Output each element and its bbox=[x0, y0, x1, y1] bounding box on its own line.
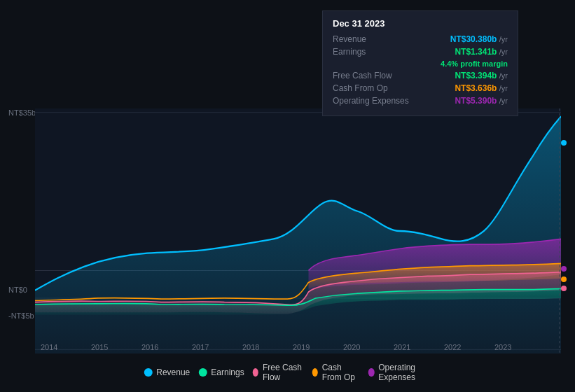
x-label-2019: 2019 bbox=[293, 343, 310, 351]
tooltip-label-cashfromop: Cash From Op bbox=[333, 83, 417, 93]
chart-legend: Revenue Earnings Free Cash Flow Cash Fro… bbox=[144, 363, 431, 382]
x-label-2016: 2016 bbox=[141, 343, 158, 351]
tooltip-row-cashfromop: Cash From Op NT$3.636b /yr bbox=[333, 83, 508, 93]
cashfromop-dot-right bbox=[561, 276, 567, 282]
legend-dot-opex bbox=[368, 368, 374, 377]
chart-container: Dec 31 2023 Revenue NT$30.380b /yr Earni… bbox=[0, 0, 575, 392]
tooltip-value-fcf: NT$3.394b /yr bbox=[455, 71, 508, 80]
tooltip-value-cashfromop: NT$3.636b /yr bbox=[455, 83, 508, 93]
y-axis-mid: NT$0 bbox=[8, 286, 27, 294]
profit-margin-row: 4.4% profit margin bbox=[333, 59, 508, 68]
x-label-2017: 2017 bbox=[192, 343, 209, 351]
legend-label-fcf: Free Cash Flow bbox=[263, 363, 303, 382]
legend-label-earnings: Earnings bbox=[211, 368, 244, 377]
legend-dot-cashfromop bbox=[312, 368, 317, 377]
tooltip-date: Dec 31 2023 bbox=[333, 18, 508, 29]
tooltip-box: Dec 31 2023 Revenue NT$30.380b /yr Earni… bbox=[322, 10, 518, 116]
legend-item-fcf[interactable]: Free Cash Flow bbox=[253, 363, 304, 382]
legend-dot-revenue bbox=[144, 368, 152, 377]
tooltip-value-earnings: NT$1.341b /yr bbox=[455, 47, 508, 57]
legend-item-opex[interactable]: Operating Expenses bbox=[368, 363, 431, 382]
y-axis-top: NT$35b bbox=[8, 108, 36, 117]
tooltip-value-opex: NT$5.390b /yr bbox=[455, 96, 508, 106]
tooltip-label-fcf: Free Cash Flow bbox=[333, 71, 417, 80]
x-label-2023: 2023 bbox=[494, 343, 511, 351]
legend-label-opex: Operating Expenses bbox=[378, 363, 431, 382]
profit-margin-value: 4.4% profit margin bbox=[441, 59, 508, 68]
tooltip-label-opex: Operating Expenses bbox=[333, 96, 417, 106]
x-label-2014: 2014 bbox=[41, 343, 57, 351]
tooltip-label-revenue: Revenue bbox=[333, 34, 417, 44]
x-label-2020: 2020 bbox=[343, 343, 360, 351]
chart-svg bbox=[35, 108, 561, 354]
tooltip-row-fcf: Free Cash Flow NT$3.394b /yr bbox=[333, 71, 508, 80]
tooltip-row-earnings: Earnings NT$1.341b /yr bbox=[333, 47, 508, 57]
tooltip-row-revenue: Revenue NT$30.380b /yr bbox=[333, 34, 508, 44]
legend-dot-earnings bbox=[198, 368, 207, 377]
fcf-dot-right bbox=[561, 286, 567, 291]
tooltip-row-opex: Operating Expenses NT$5.390b /yr bbox=[333, 96, 508, 106]
x-label-2022: 2022 bbox=[444, 343, 461, 351]
y-axis-bottom: -NT$5b bbox=[8, 312, 34, 320]
tooltip-label-earnings: Earnings bbox=[333, 47, 417, 57]
legend-label-cashfromop: Cash From Op bbox=[322, 363, 360, 382]
x-label-2015: 2015 bbox=[91, 343, 108, 351]
revenue-dot-right bbox=[561, 140, 567, 146]
opex-dot-right bbox=[561, 266, 567, 272]
legend-item-earnings[interactable]: Earnings bbox=[198, 368, 244, 377]
x-label-2018: 2018 bbox=[242, 343, 259, 351]
legend-label-revenue: Revenue bbox=[156, 368, 190, 377]
legend-item-revenue[interactable]: Revenue bbox=[144, 368, 190, 377]
x-label-2021: 2021 bbox=[394, 343, 410, 351]
legend-dot-fcf bbox=[253, 368, 258, 377]
tooltip-value-revenue: NT$30.380b /yr bbox=[450, 34, 508, 44]
legend-item-cashfromop[interactable]: Cash From Op bbox=[312, 363, 360, 382]
chart-area bbox=[35, 108, 561, 354]
